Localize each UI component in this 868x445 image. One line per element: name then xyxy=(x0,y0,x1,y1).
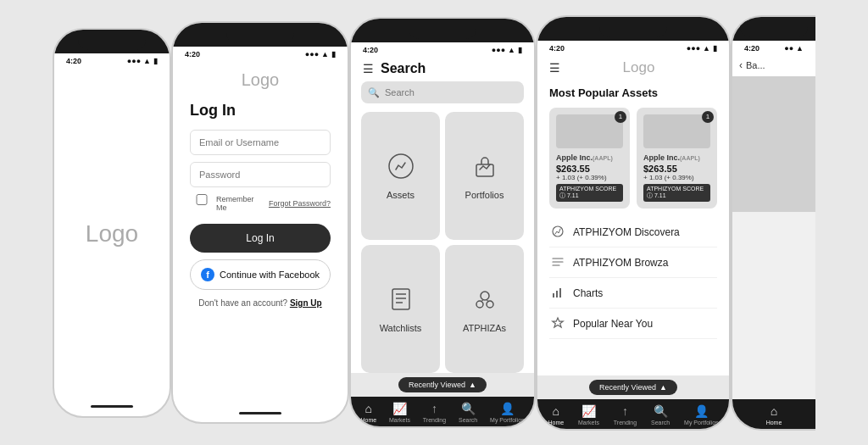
nav-trending[interactable]: ↑ Trending xyxy=(423,402,446,423)
watchlists-grid-item[interactable]: Watchlists xyxy=(361,245,440,373)
signal-icon: ●●● xyxy=(305,50,319,58)
markets-label: Markets xyxy=(578,420,599,426)
facebook-button[interactable]: f Continue with Facebook xyxy=(190,259,331,290)
signal-icon: ●●● xyxy=(492,46,505,54)
status-bar: 4:20 ●●● ▲ ▮ xyxy=(54,53,170,67)
forgot-password-link[interactable]: Forgot Password? xyxy=(269,199,331,208)
svg-rect-12 xyxy=(553,293,554,298)
search-nav-icon: 🔍 xyxy=(654,404,668,418)
time: 4:20 xyxy=(744,44,760,53)
status-icons: ●●● ▲ ▮ xyxy=(492,46,522,54)
search-input-wrap: 🔍 xyxy=(351,81,534,112)
trending-icon: ↑ xyxy=(431,402,437,415)
nav-markets[interactable]: 📈 Markets xyxy=(389,402,410,423)
logo: Logo xyxy=(190,70,331,90)
top-bar: ☰ Search xyxy=(351,56,534,81)
time: 4:20 xyxy=(66,57,81,65)
assets-grid-item[interactable]: Assets xyxy=(361,112,440,240)
star-icon xyxy=(549,316,566,332)
asset-card-1[interactable]: 1 Apple Inc.(AAPL) $263.55 + 1.03 (+ 0.3… xyxy=(549,108,630,209)
signup-text: Don't have an account? Sign Up xyxy=(190,298,331,308)
nav-home-partial[interactable]: ⌂ Home xyxy=(766,404,782,426)
browse-icon xyxy=(549,255,566,271)
login-button[interactable]: Log In xyxy=(190,224,331,253)
menu-charts[interactable]: Charts xyxy=(549,280,717,309)
atphizas-grid-item[interactable]: ATPHIZAs xyxy=(445,245,524,373)
recently-viewed-pill[interactable]: Recently Viewed ▲ xyxy=(398,377,487,392)
bottom-nav-partial: ⌂ Home xyxy=(732,399,815,429)
login-content: Logo Log In Remember Me Forgot Password?… xyxy=(173,60,348,407)
asset-card-2[interactable]: 1 Apple Inc.(AAPL) $263.55 + 1.03 (+ 0.3… xyxy=(637,108,717,209)
recently-viewed-pill[interactable]: Recently Viewed ▲ xyxy=(589,380,677,395)
asset-change-2: + 1.03 (+ 0.39%) xyxy=(643,174,710,181)
menu-icon[interactable]: ☰ xyxy=(363,62,374,75)
markets-icon: 📈 xyxy=(581,404,596,418)
battery-icon: ▮ xyxy=(518,46,522,54)
signup-link[interactable]: Sign Up xyxy=(290,298,322,308)
svg-rect-1 xyxy=(476,164,493,176)
battery-icon: ▮ xyxy=(331,50,336,58)
bottom-nav: ⌂ Home 📈 Markets ↑ Trending 🔍 Search 👤 M… xyxy=(351,397,534,426)
asset-badge-2: 1 xyxy=(702,111,714,123)
wifi-icon: ▲ xyxy=(143,57,151,65)
facebook-icon: f xyxy=(201,268,214,281)
nav-markets[interactable]: 📈 Markets xyxy=(578,404,599,426)
trending-label: Trending xyxy=(614,420,637,426)
home-indicator xyxy=(54,401,170,416)
menu-icon[interactable]: ☰ xyxy=(549,61,560,75)
home-icon: ⌂ xyxy=(553,404,559,418)
battery-icon: ▮ xyxy=(713,44,717,53)
wifi-icon: ▲ xyxy=(703,44,710,53)
home-icon: ⌂ xyxy=(365,402,372,415)
charts-icon xyxy=(549,286,566,302)
search-label: Search xyxy=(459,417,477,423)
menu-popular-near-you[interactable]: Popular Near You xyxy=(549,310,717,339)
signal-icon: ●●● xyxy=(687,44,700,53)
nav-portfolios[interactable]: 👤 My Portfolios xyxy=(684,404,718,426)
menu-list: ATPHIZYOM Discovera ATPHIZYOM Browza xyxy=(549,219,717,339)
nav-home[interactable]: ⌂ Home xyxy=(548,404,564,426)
asset-price-2: $263.55 xyxy=(643,164,710,174)
nav-home[interactable]: ⌂ Home xyxy=(360,402,376,423)
home-icon: ⌂ xyxy=(771,404,777,418)
email-input[interactable] xyxy=(190,130,331,155)
asset-name-2: Apple Inc.(AAPL) xyxy=(643,153,710,162)
phone-notch xyxy=(173,23,348,47)
phone-notch xyxy=(54,30,170,53)
menu-discovera[interactable]: ATPHIZYOM Discovera xyxy=(549,219,717,248)
remember-checkbox[interactable] xyxy=(190,194,214,205)
chevron-up-icon: ▲ xyxy=(469,381,476,389)
home-label: Home xyxy=(360,417,376,423)
remember-label[interactable]: Remember Me xyxy=(190,194,254,212)
svg-point-11 xyxy=(553,226,563,236)
back-arrow-icon[interactable]: ‹ xyxy=(739,59,743,71)
recently-viewed-label: Recently Viewed xyxy=(599,383,656,392)
asset-score-2: ATPHIZYOM SCORE ⓘ 7.11 xyxy=(643,184,710,202)
status-icons: ●●● ▲ ▮ xyxy=(687,44,717,53)
logo-screen: Logo xyxy=(54,67,170,401)
trending-icon: ↑ xyxy=(622,404,628,418)
phone-assets: 4:20 ●●● ▲ ▮ ☰ Logo Most Popular Assets … xyxy=(536,15,731,431)
status-bar: 4:20 ●●● ▲ ▮ xyxy=(537,41,729,54)
phone-logo-only: 4:20 ●●● ▲ ▮ Logo xyxy=(53,28,171,418)
discover-icon xyxy=(549,225,566,241)
logo-text: Logo xyxy=(86,220,138,248)
signal-icon: ●●● xyxy=(127,57,141,65)
search-input[interactable] xyxy=(361,81,524,103)
home-label: Home xyxy=(766,420,782,426)
search-container: 🔍 xyxy=(361,81,524,103)
menu-browza[interactable]: ATPHIZYOM Browza xyxy=(549,249,717,278)
charts-label: Charts xyxy=(573,287,603,299)
portfolios-nav-label: My Portfolios xyxy=(490,417,524,423)
atphizas-icon xyxy=(471,286,498,318)
nav-search[interactable]: 🔍 Search xyxy=(651,404,670,426)
asset-name-1: Apple Inc.(AAPL) xyxy=(556,153,623,162)
recently-viewed-bar: Recently Viewed ▲ xyxy=(351,373,534,397)
password-input[interactable] xyxy=(190,162,331,187)
portfolios-grid-item[interactable]: Portfolios xyxy=(445,112,524,240)
nav-search[interactable]: 🔍 Search xyxy=(459,402,477,423)
nav-portfolios[interactable]: 👤 My Portfolios xyxy=(490,402,524,423)
watchlists-label: Watchlists xyxy=(380,323,422,333)
partial-content xyxy=(732,76,815,399)
nav-trending[interactable]: ↑ Trending xyxy=(614,404,637,426)
